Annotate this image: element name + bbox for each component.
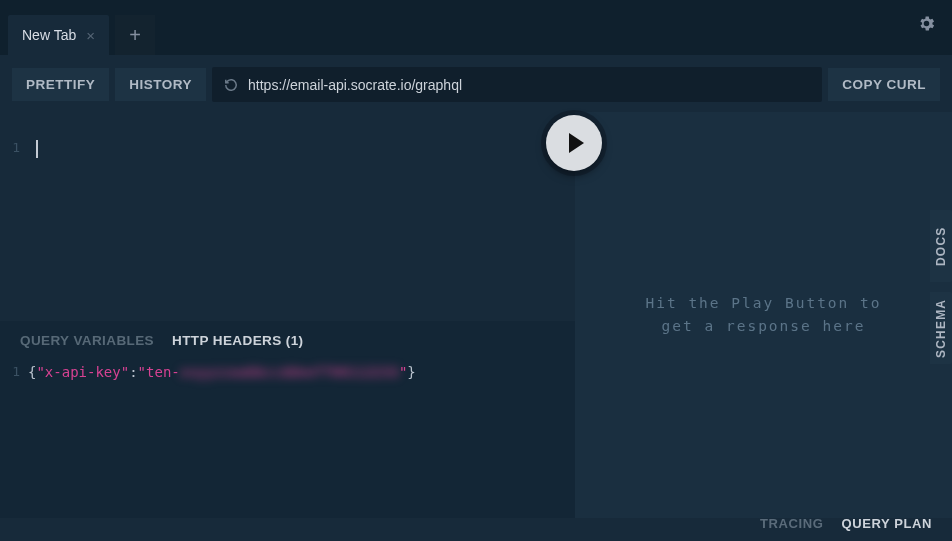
- history-button[interactable]: HISTORY: [115, 68, 206, 101]
- line-number: 1: [12, 140, 20, 155]
- tab-tracing[interactable]: TRACING: [760, 516, 823, 531]
- query-editor[interactable]: 1: [0, 112, 575, 321]
- tab-http-headers[interactable]: HTTP HEADERS (1): [172, 333, 303, 348]
- tab-query-variables[interactable]: QUERY VARIABLES: [20, 333, 154, 348]
- schema-tab[interactable]: SCHEMA: [930, 292, 952, 364]
- response-placeholder: Hit the Play Button to get a response he…: [645, 292, 881, 338]
- url-box[interactable]: [212, 67, 822, 102]
- editor-gutter: 1: [0, 140, 28, 321]
- play-button[interactable]: [546, 115, 602, 171]
- reload-icon[interactable]: [224, 78, 238, 92]
- tab-active[interactable]: New Tab ×: [8, 15, 109, 55]
- colon: :: [129, 364, 137, 380]
- close-icon[interactable]: ×: [86, 28, 95, 43]
- brace-close: }: [407, 364, 415, 380]
- caret-icon: [36, 140, 38, 158]
- response-pane: Hit the Play Button to get a response he…: [575, 112, 952, 518]
- play-icon: [569, 133, 584, 153]
- toolbar: PRETTIFY HISTORY COPY CURL: [0, 55, 952, 112]
- editor-bottom-tabs: QUERY VARIABLES HTTP HEADERS (1): [0, 321, 575, 358]
- tab-label: New Tab: [22, 27, 76, 43]
- plus-icon: +: [129, 24, 141, 47]
- tab-bar: New Tab × +: [0, 0, 952, 55]
- copy-curl-button[interactable]: COPY CURL: [828, 68, 940, 101]
- add-tab-button[interactable]: +: [115, 15, 155, 55]
- main-area: 1 QUERY VARIABLES HTTP HEADERS (1) 1 {"x…: [0, 112, 952, 518]
- header-val-redacted: xxyyzzaabbccddeeff00112233: [180, 364, 399, 380]
- placeholder-line: Hit the Play Button to: [645, 292, 881, 315]
- docs-tab[interactable]: DOCS: [930, 210, 952, 282]
- settings-button[interactable]: [917, 14, 936, 33]
- tab-query-plan[interactable]: QUERY PLAN: [841, 516, 932, 531]
- footer-tabs: TRACING QUERY PLAN: [740, 505, 952, 541]
- headers-code: {"x-api-key":"ten-xxyyzzaabbccddeeff0011…: [28, 364, 416, 518]
- header-key: "x-api-key": [36, 364, 129, 380]
- header-val-prefix: "ten-: [138, 364, 180, 380]
- left-pane: 1 QUERY VARIABLES HTTP HEADERS (1) 1 {"x…: [0, 112, 575, 518]
- headers-gutter: 1: [0, 364, 28, 518]
- http-headers-editor[interactable]: 1 {"x-api-key":"ten-xxyyzzaabbccddeeff00…: [0, 358, 575, 518]
- gear-icon: [917, 14, 936, 33]
- prettify-button[interactable]: PRETTIFY: [12, 68, 109, 101]
- line-number: 1: [12, 364, 20, 379]
- placeholder-line: get a response here: [645, 315, 881, 338]
- endpoint-url-input[interactable]: [248, 77, 810, 93]
